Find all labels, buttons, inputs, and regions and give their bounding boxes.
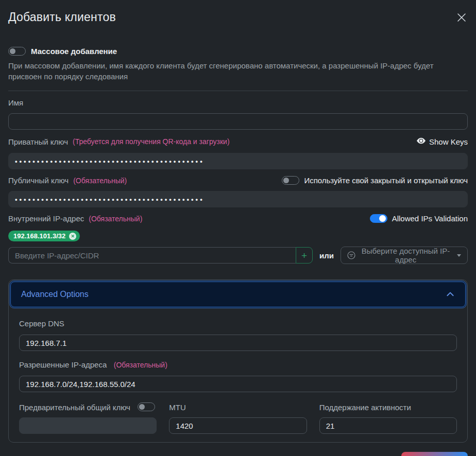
- modal-footer: + Добавить: [8, 452, 468, 456]
- internal-ip-label: Внутренний IP-адрес: [8, 214, 84, 223]
- chevron-up-icon: [446, 290, 455, 299]
- private-key-row: Приватный ключ (Требуется для получения …: [8, 136, 468, 147]
- own-keys-toggle-label: Используйте свой закрытый и открытый клю…: [304, 176, 468, 185]
- allowed-ips-label: Разрешенные IP-адреса: [19, 360, 107, 369]
- public-key-row: Публичный ключ (Обязательный) Используйт…: [8, 176, 468, 185]
- show-keys-label: Show Keys: [429, 137, 468, 146]
- public-key-note: (Обязательный): [73, 177, 127, 185]
- modal-header: Добавить клиентов: [8, 10, 468, 25]
- public-key-input[interactable]: [8, 191, 468, 207]
- allowed-ips-validation-label: Allowed IPs Validation: [392, 214, 468, 223]
- bulk-add-toggle[interactable]: [8, 47, 26, 56]
- add-button[interactable]: + Добавить: [401, 452, 468, 456]
- available-ip-dropdown-label: Выберите доступный IP-адрес: [360, 247, 452, 264]
- toggle-knob: [10, 48, 15, 54]
- allowed-ips-validation-group: Allowed IPs Validation: [370, 214, 468, 223]
- allowed-ips-input[interactable]: [19, 376, 457, 392]
- toggle-knob: [283, 178, 289, 183]
- internal-ip-row: Внутренний IP-адрес (Обязательный) Allow…: [8, 214, 468, 223]
- name-label: Имя: [8, 98, 468, 107]
- psk-label-row: Предварительный общий ключ: [19, 402, 157, 411]
- private-key-label-group: Приватный ключ (Требуется для получения …: [8, 137, 230, 146]
- keepalive-input[interactable]: [319, 417, 457, 434]
- mtu-input[interactable]: [169, 417, 307, 434]
- close-icon[interactable]: [455, 11, 468, 25]
- keepalive-label: Поддержание активности: [319, 403, 411, 412]
- divider: [8, 91, 468, 91]
- caret-down-icon: [457, 254, 461, 257]
- advanced-options-panel: Advanced Options Сервер DNS Разрешенные …: [8, 279, 468, 443]
- keepalive-label-row: Поддержание активности: [319, 402, 457, 411]
- psk-label: Предварительный общий ключ: [19, 403, 130, 412]
- private-key-label: Приватный ключ: [8, 137, 68, 146]
- ip-cidr-input[interactable]: [8, 247, 296, 264]
- page-title: Добавить клиентов: [8, 10, 116, 24]
- bulk-add-label: Массовое добавление: [31, 47, 117, 56]
- allowed-ip-badge-text: 192.168.101.3/32: [13, 232, 65, 240]
- private-key-note: (Требуется для получения QR-кода и загру…: [73, 137, 230, 146]
- psk-toggle[interactable]: [138, 402, 155, 411]
- own-keys-toggle-group: Используйте свой закрытый и открытый клю…: [282, 176, 468, 185]
- advanced-options-title: Advanced Options: [21, 290, 89, 299]
- add-ip-button[interactable]: +: [296, 247, 313, 264]
- ip-badge-row: 192.168.101.3/32 ✕: [8, 231, 468, 241]
- private-key-input[interactable]: [8, 153, 468, 169]
- advanced-options-content: Сервер DNS Разрешенные IP-адреса (Обязат…: [9, 309, 467, 442]
- mtu-column: MTU: [169, 402, 307, 434]
- available-ip-dropdown[interactable]: Выберите доступный IP-адрес: [341, 247, 468, 264]
- add-clients-modal: Добавить клиентов Массовое добавление Пр…: [8, 10, 468, 456]
- dns-input[interactable]: [19, 335, 457, 351]
- keepalive-column: Поддержание активности: [319, 402, 457, 434]
- name-input[interactable]: [8, 113, 468, 130]
- show-keys-button[interactable]: Show Keys: [417, 136, 468, 147]
- psk-column: Предварительный общий ключ: [19, 402, 157, 434]
- own-keys-toggle[interactable]: [282, 176, 299, 185]
- ip-input-group: +: [8, 247, 313, 264]
- bulk-add-description: При массовом добавлении, имя каждого кли…: [8, 60, 462, 82]
- eye-icon: [417, 136, 426, 147]
- toggle-knob: [379, 215, 386, 222]
- remove-ip-icon[interactable]: ✕: [69, 233, 76, 240]
- allowed-ips-validation-toggle[interactable]: [370, 214, 387, 223]
- dns-label: Сервер DNS: [19, 319, 64, 328]
- toggle-knob: [139, 404, 145, 410]
- psk-input[interactable]: [19, 417, 157, 434]
- public-key-label: Публичный ключ: [8, 176, 69, 185]
- filter-circle-icon: [347, 251, 355, 259]
- mtu-label: MTU: [169, 403, 186, 412]
- allowed-ips-section: Разрешенные IP-адреса (Обязательный): [19, 359, 457, 392]
- allowed-ip-badge: 192.168.101.3/32 ✕: [8, 231, 80, 241]
- internal-ip-note: (Обязательный): [89, 215, 142, 223]
- public-key-label-group: Публичный ключ (Обязательный): [8, 176, 127, 185]
- internal-ip-label-group: Внутренний IP-адрес (Обязательный): [8, 214, 142, 223]
- advanced-grid: Предварительный общий ключ MTU Поддержан…: [19, 402, 457, 434]
- or-label: или: [319, 251, 334, 260]
- ip-input-row: + или Выберите доступный IP-адрес: [8, 247, 468, 264]
- bulk-add-row: Массовое добавление: [8, 47, 468, 56]
- allowed-ips-note: (Обязательный): [114, 361, 167, 369]
- mtu-label-row: MTU: [169, 402, 307, 411]
- advanced-options-header[interactable]: Advanced Options: [10, 282, 466, 307]
